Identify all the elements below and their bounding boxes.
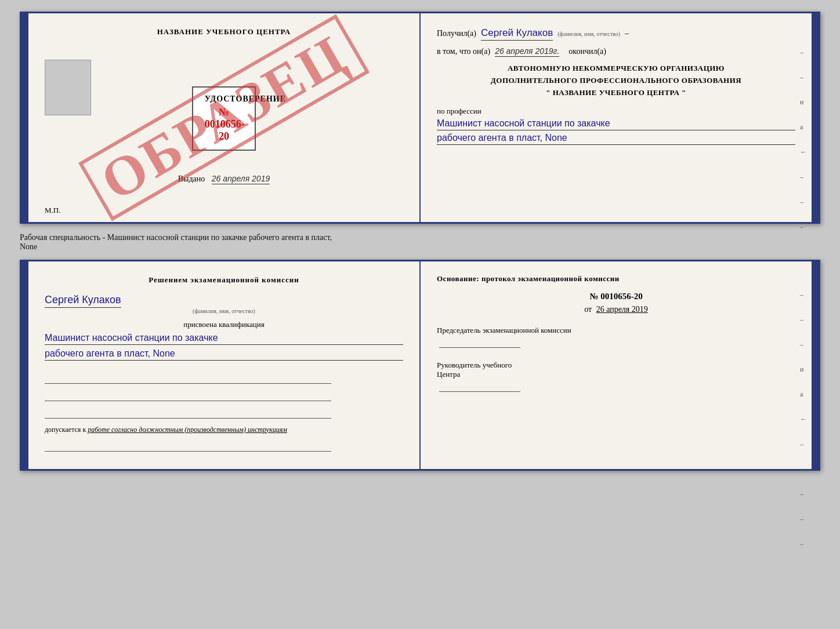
- udostoverenie-title: УДОСТОВЕРЕНИЕ: [205, 94, 244, 104]
- photo-placeholder: [45, 60, 91, 115]
- okonchil-label: окончил(а): [569, 47, 606, 56]
- protokol-number: № 0010656-20: [437, 292, 795, 301]
- spine-bottom-right: [812, 261, 819, 469]
- recipient-name: Сергей Кулаков: [481, 27, 553, 41]
- bottom-name-block: Сергей Кулаков (фамилия, имя, отчество): [45, 294, 403, 314]
- poluchil-label: Получил(а): [437, 29, 476, 38]
- profession-line2-top: рабочего агента в пласт, None: [437, 133, 795, 145]
- bottom-name-hw: Сергей Кулаков: [45, 294, 121, 308]
- udostoverenie-box: УДОСТОВЕРЕНИЕ № 0010656-20: [192, 86, 256, 151]
- profession-block-top: по профессии Машинист насосной станции п…: [437, 107, 795, 145]
- bottom-profession-line2: рабочего агента в пласт, None: [45, 348, 403, 361]
- top-document: НАЗВАНИЕ УЧЕБНОГО ЦЕНТРА ОБРАЗЕЦ УДОСТОВ…: [20, 12, 820, 224]
- mp-label: М.П.: [45, 206, 60, 215]
- org-line2: ДОПОЛНИТЕЛЬНОГО ПРОФЕССИОНАЛЬНОГО ОБРАЗО…: [437, 75, 795, 87]
- sig-line-1: [45, 371, 331, 384]
- predsedatel-sign-line: [439, 335, 520, 348]
- predsedatel-label: Председатель экзаменационной комиссии: [437, 326, 795, 335]
- issued-date-value: 26 апреля 2019: [212, 174, 270, 184]
- spine-right: [812, 13, 819, 222]
- doc-bottom-right: Основание: протокол экзаменационной коми…: [421, 261, 812, 469]
- допускается-value: работе согласно должностным (производств…: [88, 426, 287, 434]
- name-sublabel: (фамилия, имя, отчество): [45, 308, 403, 314]
- spine-bottom-left: [21, 261, 28, 469]
- ot-label: от: [584, 305, 592, 314]
- bottom-right-markers: – – – и а ← – – – – –: [800, 290, 807, 548]
- bottom-document: Решением экзаменационной комиссии Сергей…: [20, 260, 820, 471]
- doc-bottom-left: Решением экзаменационной комиссии Сергей…: [28, 261, 421, 469]
- spine-left: [21, 13, 28, 222]
- middle-text: Рабочая специальность - Машинист насосно…: [20, 230, 820, 254]
- predsedatel-block: Председатель экзаменационной комиссии: [437, 326, 795, 350]
- sig-line-2: [45, 388, 331, 401]
- famil-label: (фамилия, имя, отчество): [557, 31, 620, 37]
- osnov-title: Основание: протокол экзаменационной коми…: [437, 274, 795, 283]
- po-professii-label: по профессии: [437, 107, 481, 115]
- org-line3: " НАЗВАНИЕ УЧЕБНОГО ЦЕНТРА ": [437, 87, 795, 99]
- issued-label: Выдано: [178, 174, 205, 183]
- udostoverenie-number: № 0010656-20: [205, 106, 244, 143]
- doc-top-left: НАЗВАНИЕ УЧЕБНОГО ЦЕНТРА ОБРАЗЕЦ УДОСТОВ…: [28, 13, 421, 222]
- rukovoditel-sign-line: [439, 379, 520, 392]
- sig-line-bottom: [45, 439, 331, 452]
- bottom-profession-block: Машинист насосной станции по закачке раб…: [45, 333, 403, 361]
- org-line1: АВТОНОМНУЮ НЕКОММЕРЧЕСКУЮ ОРГАНИЗАЦИЮ: [437, 63, 795, 75]
- recipient-line: Получил(а) Сергей Кулаков (фамилия, имя,…: [437, 27, 795, 41]
- допускается-label: допускается к: [45, 426, 86, 434]
- rukovoditel-label: Руководитель учебного: [437, 361, 795, 370]
- assigned-label: присвоена квалификация: [45, 320, 403, 329]
- udostoverenie-box-wrapper: УДОСТОВЕРЕНИЕ № 0010656-20: [171, 81, 277, 157]
- допускается-text: допускается к работе согласно должностны…: [45, 426, 403, 434]
- bottom-profession-line1: Машинист насосной станции по закачке: [45, 333, 403, 345]
- right-side-markers: – – и а ← – – –: [800, 48, 807, 231]
- protokol-date: от 26 апреля 2019: [437, 305, 795, 314]
- issued-date-block: Выдано 26 апреля 2019: [178, 174, 270, 184]
- middle-text2-content: None: [20, 242, 37, 251]
- signature-lines: [45, 371, 403, 419]
- middle-text-content: Рабочая специальность - Машинист насосно…: [20, 233, 332, 242]
- org-block: АВТОНОМНУЮ НЕКОММЕРЧЕСКУЮ ОРГАНИЗАЦИЮ ДО…: [437, 63, 795, 99]
- centra-label: Центра: [437, 370, 795, 379]
- doc-top-right: Получил(а) Сергей Кулаков (фамилия, имя,…: [421, 13, 812, 222]
- date-line: в том, что он(а) 26 апреля 2019г. окончи…: [437, 46, 795, 57]
- v-tom-label: в том, что он(а): [437, 47, 490, 56]
- date-value-top: 26 апреля 2019г.: [495, 46, 559, 57]
- sig-line-3: [45, 406, 331, 419]
- dash1: –: [625, 29, 629, 38]
- center-title-top: НАЗВАНИЕ УЧЕБНОГО ЦЕНТРА: [157, 27, 291, 37]
- decision-title: Решением экзаменационной комиссии: [45, 274, 403, 286]
- protokol-date-value: 26 апреля 2019: [596, 305, 648, 314]
- profession-line1-top: Машинист насосной станции по закачке: [437, 118, 795, 130]
- rukovoditel-block: Руководитель учебного Центра: [437, 361, 795, 394]
